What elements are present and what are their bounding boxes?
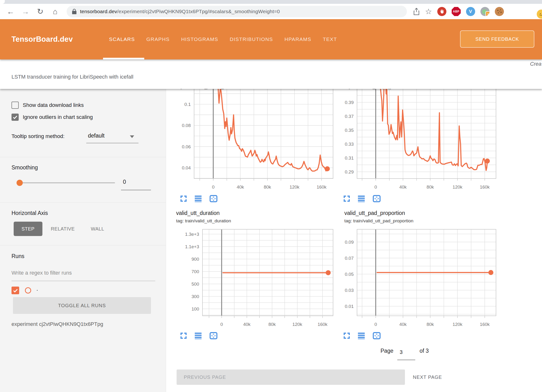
data-table-icon[interactable]: [357, 195, 366, 203]
check-icon: [12, 114, 18, 120]
data-table-icon[interactable]: [357, 332, 366, 340]
tab-distributions[interactable]: DISTRIBUTIONS: [230, 36, 273, 42]
chart-plot-valid-utt-duration[interactable]: 1003005007009001.1e+31.3e+3040k80k120k16…: [168, 228, 338, 329]
forward-icon[interactable]: →: [21, 7, 30, 16]
run-color-swatch[interactable]: [25, 287, 31, 294]
run-filter-input[interactable]: [12, 270, 153, 276]
chart-plot-valid-pruned-loss[interactable]: 0.040.060.080.1040k80k120k160k: [168, 89, 338, 192]
app-logo[interactable]: TensorBoard.dev: [12, 19, 73, 59]
ignore-outliers-checkbox[interactable]: [12, 114, 19, 121]
tab-graphs[interactable]: GRAPHS: [146, 36, 170, 42]
axis-relative-button[interactable]: RELATIVE: [49, 222, 76, 236]
page-of-label: of 3: [420, 348, 429, 354]
experiment-description: LSTM transducer training for LibriSpeech…: [12, 74, 133, 80]
extension-badge: 1: [485, 11, 490, 16]
smoothing-input-underline: [121, 190, 151, 190]
lock-icon: [72, 8, 77, 15]
tooltip-select-underline: [86, 143, 138, 143]
run-checkbox[interactable]: [12, 287, 19, 294]
data-table-icon[interactable]: [194, 332, 202, 340]
svg-text:0.37: 0.37: [345, 114, 354, 119]
chart-actions: [343, 331, 381, 340]
smoothing-slider-handle[interactable]: [17, 180, 23, 186]
svg-text:80k: 80k: [268, 322, 276, 327]
svg-text:0.04: 0.04: [182, 165, 191, 170]
back-icon[interactable]: ←: [6, 7, 15, 16]
chart-title: valid_utt_pad_proportion: [344, 210, 405, 216]
bookmark-star-icon[interactable]: ☆: [425, 7, 432, 16]
reload-icon[interactable]: ↻: [36, 7, 45, 16]
svg-text:80k: 80k: [427, 184, 434, 190]
page-input-underline: [397, 360, 415, 360]
page-number-input[interactable]: [400, 349, 414, 355]
svg-text:0.09: 0.09: [345, 240, 354, 245]
browser-active-tab-corner: [0, 0, 5, 4]
data-table-icon[interactable]: [194, 195, 202, 203]
chart-actions: [179, 194, 218, 203]
tab-histograms[interactable]: HISTOGRAMS: [181, 36, 218, 42]
show-download-links-checkbox[interactable]: [12, 102, 19, 109]
svg-text:0.06: 0.06: [182, 144, 191, 149]
divider: [0, 157, 166, 157]
profile-extension-icon[interactable]: 1: [480, 7, 490, 16]
ignore-outliers-label: Ignore outliers in chart scaling: [23, 114, 93, 120]
svg-text:0.33: 0.33: [345, 142, 354, 147]
svg-text:80k: 80k: [264, 184, 271, 190]
svg-text:40k: 40k: [243, 322, 251, 327]
abp-extension-icon[interactable]: ABP: [452, 7, 461, 16]
smoothing-slider-track[interactable]: [17, 182, 115, 183]
run-name: .: [36, 285, 38, 292]
fullscreen-icon[interactable]: [343, 195, 351, 203]
svg-text:0.35: 0.35: [345, 128, 354, 133]
fullscreen-icon[interactable]: [179, 195, 188, 203]
fit-domain-icon[interactable]: [209, 194, 218, 203]
send-feedback-button[interactable]: SEND FEEDBACK: [460, 30, 534, 48]
smoothing-value-input[interactable]: [123, 179, 149, 185]
chart-tag: tag: train/valid_utt_duration: [176, 218, 231, 224]
toggle-all-runs-button[interactable]: TOGGLE ALL RUNS: [13, 297, 151, 314]
svg-text:0.29: 0.29: [345, 169, 354, 174]
nav-tabs: SCALARS GRAPHS HISTOGRAMS DISTRIBUTIONS …: [109, 19, 337, 59]
page-label: Page: [381, 348, 393, 354]
charts-panel: tag: train/valid_pruned_loss tag: train/…: [166, 89, 542, 392]
runs-label: Runs: [12, 253, 24, 259]
svg-text:1.3e+3: 1.3e+3: [185, 232, 199, 237]
address-bar[interactable]: tensorboard.dev/experiment/cj2vtPiwQHKN9…: [67, 6, 407, 17]
run-filter-underline: [12, 281, 155, 281]
tooltip-sorting-select[interactable]: default: [88, 133, 104, 139]
svg-text:160k: 160k: [480, 184, 490, 190]
previous-page-button[interactable]: PREVIOUS PAGE: [177, 369, 405, 385]
svg-text:40k: 40k: [399, 184, 407, 190]
svg-text:0.01: 0.01: [345, 304, 354, 309]
svg-text:500: 500: [191, 282, 199, 287]
fullscreen-icon[interactable]: [343, 332, 351, 340]
tab-hparams[interactable]: HPARAMS: [284, 36, 311, 42]
next-page-button[interactable]: NEXT PAGE: [413, 369, 442, 385]
chart-title: valid_utt_duration: [176, 210, 220, 216]
settings-sidebar: Show data download links Ignore outliers…: [0, 89, 166, 392]
url-domain: tensorboard.dev: [80, 9, 117, 14]
tab-scalars[interactable]: SCALARS: [109, 36, 135, 42]
adblock-hand-extension-icon[interactable]: [437, 7, 446, 16]
cookie-extension-icon[interactable]: [495, 7, 504, 16]
axis-wall-button[interactable]: WALL: [90, 222, 105, 236]
app-header: TensorBoard.dev SCALARS GRAPHS HISTOGRAM…: [0, 19, 542, 59]
share-icon[interactable]: [413, 8, 420, 15]
smiley-extension-icon[interactable]: [537, 10, 542, 19]
fullscreen-icon[interactable]: [179, 332, 188, 340]
chart-actions: [343, 194, 381, 203]
fit-domain-icon[interactable]: [209, 331, 218, 340]
chevron-down-icon[interactable]: [130, 135, 134, 138]
home-icon[interactable]: ⌂: [51, 7, 59, 16]
tab-text[interactable]: TEXT: [323, 36, 337, 42]
chart-tag: tag: train/valid_utt_pad_proportion: [344, 218, 413, 224]
chart-plot-valid-utt-pad-proportion[interactable]: 0.010.030.050.070.09040k80k120k160k: [341, 228, 500, 329]
v-extension-icon[interactable]: V: [466, 7, 475, 16]
chart-plot-valid-simple-loss[interactable]: 0.290.310.330.350.370.39040k80k120k160k: [341, 89, 500, 192]
fit-domain-icon[interactable]: [372, 194, 381, 203]
fit-domain-icon[interactable]: [372, 331, 381, 340]
svg-text:160k: 160k: [317, 184, 327, 190]
svg-text:0: 0: [212, 184, 215, 190]
horizontal-axis-label: Horizontal Axis: [12, 210, 48, 216]
axis-step-button[interactable]: STEP: [14, 222, 42, 236]
